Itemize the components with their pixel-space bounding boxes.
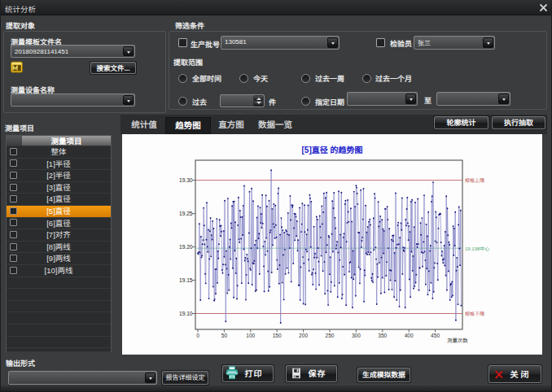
svg-text:[5]直径 的趋势图: [5]直径 的趋势图 (302, 146, 363, 155)
svg-text:19.25: 19.25 (179, 211, 193, 216)
svg-text:规格下限: 规格下限 (465, 311, 484, 316)
svg-text:19.198中心: 19.198中心 (465, 246, 489, 251)
svg-text:19.30: 19.30 (179, 177, 193, 183)
svg-text:300: 300 (352, 333, 361, 338)
svg-text:0: 0 (196, 333, 199, 338)
svg-text:350: 350 (378, 333, 387, 338)
svg-text:50: 50 (221, 333, 228, 338)
svg-text:19.15: 19.15 (179, 277, 193, 283)
svg-text:250: 250 (325, 333, 334, 338)
svg-text:400: 400 (405, 333, 414, 338)
svg-text:450: 450 (431, 333, 440, 338)
svg-text:200: 200 (299, 333, 308, 338)
svg-text:19.20: 19.20 (179, 244, 193, 250)
svg-text:规格上限: 规格上限 (465, 177, 484, 183)
svg-text:测量次数: 测量次数 (447, 338, 468, 343)
svg-text:100: 100 (246, 333, 255, 338)
svg-text:19.10: 19.10 (179, 311, 193, 316)
svg-text:150: 150 (273, 333, 282, 338)
